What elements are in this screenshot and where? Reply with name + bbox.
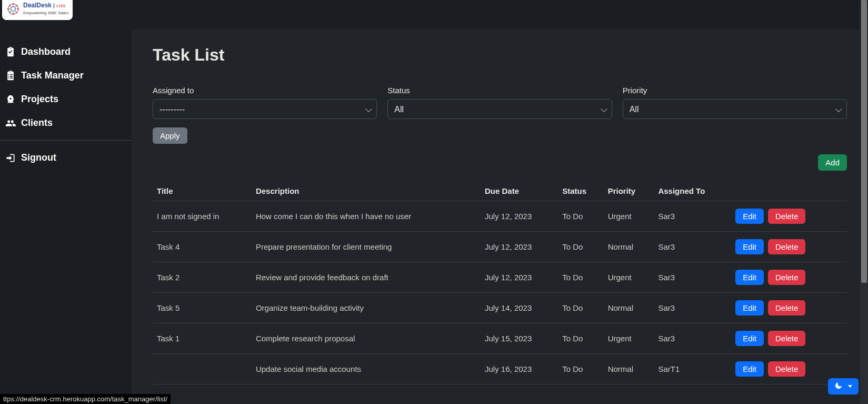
cell-priority: Urgent	[604, 201, 654, 232]
vertical-scrollbar[interactable]	[860, 0, 868, 404]
col-title: Title	[153, 181, 252, 201]
delete-button[interactable]: Delete	[768, 361, 805, 377]
cell-status: To Do	[558, 262, 603, 293]
cell-priority: Normal	[604, 232, 654, 262]
cell-due-date: July 16, 2023	[481, 354, 558, 385]
col-status: Status	[558, 181, 603, 201]
svg-point-13	[17, 8, 19, 10]
cell-status: To Do	[558, 354, 603, 385]
chevron-down-icon	[848, 385, 852, 388]
clipboard-check-icon	[5, 47, 16, 57]
delete-button[interactable]: Delete	[768, 270, 805, 285]
cell-title: Task 1	[153, 323, 252, 354]
col-description: Description	[252, 181, 481, 201]
svg-point-12	[7, 8, 9, 10]
cell-due-date: July 12, 2023	[481, 201, 558, 232]
filter-priority-select[interactable]: All	[623, 99, 847, 119]
cell-description: How come I can do this when I have no us…	[252, 201, 481, 232]
add-button[interactable]: Add	[818, 154, 847, 171]
table-row: Task 5Organize team-building activityJul…	[153, 293, 847, 323]
cell-status: To Do	[558, 201, 603, 232]
table-row: Update social media accountsJuly 16, 202…	[153, 354, 847, 385]
edit-button[interactable]: Edit	[735, 300, 764, 316]
logo-text: DealDesk | crm Empowering SME Sales	[23, 2, 68, 16]
topbar: DealDesk | crm Empowering SME Sales	[0, 0, 868, 29]
filter-priority-label: Priority	[623, 86, 847, 95]
sidebar-item-projects[interactable]: Projects	[0, 87, 132, 111]
sidebar-item-task-manager[interactable]: Task Manager	[0, 64, 132, 87]
cell-assigned-to: Sar3	[654, 293, 731, 323]
app-logo[interactable]: DealDesk | crm Empowering SME Sales	[2, 0, 73, 20]
cell-title	[153, 354, 252, 385]
cell-assigned-to: Sar3	[654, 201, 731, 232]
signout-icon	[5, 153, 16, 163]
cell-status: To Do	[558, 323, 603, 354]
theme-toggle[interactable]	[828, 378, 859, 395]
page-title: Task List	[153, 45, 847, 65]
sidebar-item-label: Task Manager	[21, 70, 84, 81]
cell-status: To Do	[558, 293, 603, 323]
cell-due-date: July 14, 2023	[481, 293, 558, 323]
sidebar-item-clients[interactable]: Clients	[0, 111, 132, 135]
edit-button[interactable]: Edit	[735, 270, 764, 285]
cell-title: I am not signed in	[153, 201, 252, 232]
delete-button[interactable]: Delete	[768, 239, 805, 254]
sidebar-item-label: Clients	[21, 117, 53, 129]
cell-due-date: July 15, 2023	[481, 323, 558, 354]
sidebar-item-signout[interactable]: Signout	[0, 146, 132, 170]
moon-icon	[834, 381, 843, 391]
cell-status: To Do	[558, 232, 603, 262]
cell-assigned-to: Sar3	[654, 323, 731, 354]
filter-status-label: Status	[387, 86, 612, 95]
cell-assigned-to: Sar3	[654, 232, 731, 262]
cell-title: Task 4	[153, 232, 252, 262]
cell-priority: Urgent	[604, 323, 654, 354]
sidebar: Dashboard Task Manager Projects Clients	[0, 29, 132, 404]
col-assigned-to: Assigned To	[654, 181, 731, 201]
svg-point-11	[13, 13, 14, 15]
clipboard-list-icon	[5, 71, 16, 81]
col-priority: Priority	[604, 181, 654, 201]
cell-description: Update social media accounts	[252, 354, 481, 385]
gear-logo-icon	[6, 2, 20, 16]
cell-priority: Normal	[604, 293, 654, 323]
table-row: Task 1Complete research proposalJuly 15,…	[153, 323, 847, 354]
main-content: Task List Assigned to --------- Status A…	[132, 29, 868, 404]
cell-priority: Urgent	[604, 262, 654, 293]
edit-button[interactable]: Edit	[735, 209, 764, 224]
sidebar-item-dashboard[interactable]: Dashboard	[0, 40, 132, 64]
edit-button[interactable]: Edit	[735, 331, 764, 346]
cell-priority: Normal	[604, 354, 654, 385]
scrollbar-thumb[interactable]	[861, 0, 867, 283]
cell-due-date: July 12, 2023	[481, 232, 558, 262]
sidebar-item-label: Signout	[21, 152, 56, 163]
edit-button[interactable]: Edit	[735, 361, 764, 377]
cell-description: Organize team-building activity	[252, 293, 481, 323]
sidebar-divider	[0, 140, 132, 141]
table-row: Task 4Prepare presentation for client me…	[153, 232, 847, 262]
col-due-date: Due Date	[481, 181, 558, 201]
cell-title: Task 2	[153, 262, 252, 293]
filter-status-select[interactable]: All	[387, 99, 612, 119]
cell-description: Complete research proposal	[252, 323, 481, 354]
apply-button[interactable]: Apply	[153, 127, 187, 144]
table-row: Task 2Review and provide feedback on dra…	[153, 262, 847, 293]
cell-assigned-to: SarT1	[654, 354, 731, 385]
cell-description: Prepare presentation for client meeting	[252, 232, 481, 262]
sidebar-item-label: Dashboard	[21, 46, 71, 57]
delete-button[interactable]: Delete	[768, 331, 805, 346]
filter-bar: Assigned to --------- Status All Priorit…	[153, 86, 847, 119]
table-row: I am not signed inHow come I can do this…	[153, 201, 847, 232]
users-icon	[5, 118, 16, 129]
status-bar-url: ttps://dealdesk-crm.herokuapp.com/task_m…	[0, 394, 171, 404]
cell-due-date: July 12, 2023	[481, 262, 558, 293]
svg-point-1	[11, 7, 16, 12]
cell-assigned-to: Sar3	[654, 262, 731, 293]
task-table: Title Description Due Date Status Priori…	[153, 181, 847, 385]
edit-button[interactable]: Edit	[735, 239, 764, 254]
delete-button[interactable]: Delete	[768, 300, 805, 316]
cell-title: Task 5	[153, 293, 252, 323]
filter-assigned-to-label: Assigned to	[153, 86, 377, 95]
delete-button[interactable]: Delete	[768, 209, 805, 224]
filter-assigned-to-select[interactable]: ---------	[153, 99, 377, 119]
